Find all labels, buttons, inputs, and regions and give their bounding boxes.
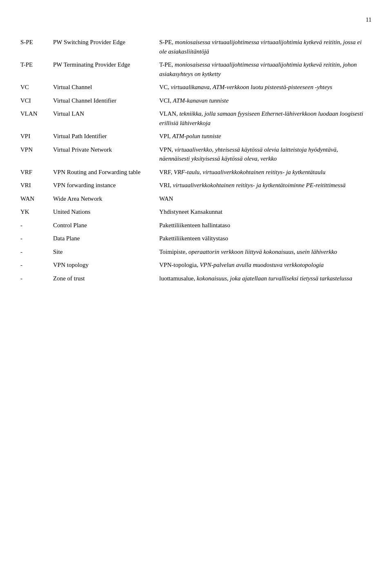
term-cell: United Nations <box>53 205 159 219</box>
abbr-cell: S-PE <box>20 36 53 58</box>
abbr-cell: YK <box>20 205 53 219</box>
table-row: VCVirtual ChannelVC, virtuaalikanava, AT… <box>20 81 372 94</box>
definition-cell: S-PE, moniosaisessa virtuaalijohtimessa … <box>159 36 372 58</box>
definition-cell: T-PE, moniosaisessa virtuaalijohtimessa … <box>159 58 372 81</box>
abbr-cell: - <box>20 245 53 259</box>
definition-cell: Pakettiliikenteen välitystaso <box>159 232 372 245</box>
table-row: VRFVPN Routing and Forwarding tableVRF, … <box>20 166 372 179</box>
term-cell: Virtual LAN <box>53 107 159 130</box>
abbr-cell: VC <box>20 81 53 94</box>
term-cell: Control Plane <box>53 219 159 232</box>
abbr-cell: VRF <box>20 166 53 179</box>
definition-cell: VPN, virtuaaliverkko, yhteisessä käytöss… <box>159 143 372 166</box>
definition-cell: VLAN, tekniikka, jolla samaan fyysiseen … <box>159 107 372 130</box>
term-cell: PW Terminating Provider Edge <box>53 58 159 81</box>
definition-cell: VRF, VRF-taulu, virtuaaliverkkokohtainen… <box>159 166 372 179</box>
term-cell: VPN topology <box>53 258 159 272</box>
abbr-cell: VPI <box>20 130 53 143</box>
abbr-cell: - <box>20 232 53 245</box>
term-cell: Site <box>53 245 159 259</box>
term-cell: Data Plane <box>53 232 159 245</box>
table-row: VLANVirtual LANVLAN, tekniikka, jolla sa… <box>20 107 372 130</box>
table-row: VRIVPN forwarding instanceVRI, virtuaali… <box>20 179 372 192</box>
term-cell: VPN forwarding instance <box>53 179 159 192</box>
abbr-cell: VPN <box>20 143 53 166</box>
abbr-cell: - <box>20 272 53 285</box>
abbr-cell: WAN <box>20 192 53 206</box>
abbr-cell: VLAN <box>20 107 53 130</box>
definition-cell: Toimipiste, operaattorin verkkoon liitty… <box>159 245 372 259</box>
definition-cell: VC, virtuaalikanava, ATM-verkkoon luotu … <box>159 81 372 94</box>
definition-cell: VPN-topologia, VPN-palvelun avulla muodo… <box>159 258 372 272</box>
table-row: WANWide Area NetworkWAN <box>20 192 372 206</box>
term-cell: Wide Area Network <box>53 192 159 206</box>
glossary-table: S-PEPW Switching Provider EdgeS-PE, moni… <box>20 36 372 285</box>
table-row: -Data PlanePakettiliikenteen välitystaso <box>20 232 372 245</box>
page-number: 11 <box>20 16 372 23</box>
definition-cell: VCI, ATM-kanavan tunniste <box>159 94 372 107</box>
term-cell: Zone of trust <box>53 272 159 285</box>
abbr-cell: T-PE <box>20 58 53 81</box>
table-row: S-PEPW Switching Provider EdgeS-PE, moni… <box>20 36 372 58</box>
table-row: VPIVirtual Path IdentifierVPI, ATM-polun… <box>20 130 372 143</box>
term-cell: Virtual Channel Identifier <box>53 94 159 107</box>
definition-cell: luottamusalue, kokonaisuus, joka ajatell… <box>159 272 372 285</box>
table-row: YKUnited NationsYhdistyneet Kansakunnat <box>20 205 372 219</box>
definition-cell: Pakettiliikenteen hallintataso <box>159 219 372 232</box>
table-row: VPNVirtual Private NetworkVPN, virtuaali… <box>20 143 372 166</box>
term-cell: Virtual Private Network <box>53 143 159 166</box>
abbr-cell: - <box>20 258 53 272</box>
term-cell: Virtual Channel <box>53 81 159 94</box>
table-row: -SiteToimipiste, operaattorin verkkoon l… <box>20 245 372 259</box>
table-row: -Control PlanePakettiliikenteen hallinta… <box>20 219 372 232</box>
abbr-cell: VCI <box>20 94 53 107</box>
abbr-cell: VRI <box>20 179 53 192</box>
abbr-cell: - <box>20 219 53 232</box>
table-row: VCIVirtual Channel IdentifierVCI, ATM-ka… <box>20 94 372 107</box>
definition-cell: WAN <box>159 192 372 206</box>
definition-cell: VPI, ATM-polun tunniste <box>159 130 372 143</box>
table-row: -VPN topologyVPN-topologia, VPN-palvelun… <box>20 258 372 272</box>
definition-cell: VRI, virtuaaliverkkokohtainen reititys- … <box>159 179 372 192</box>
table-row: T-PEPW Terminating Provider EdgeT-PE, mo… <box>20 58 372 81</box>
term-cell: VPN Routing and Forwarding table <box>53 166 159 179</box>
term-cell: PW Switching Provider Edge <box>53 36 159 58</box>
table-row: -Zone of trustluottamusalue, kokonaisuus… <box>20 272 372 285</box>
term-cell: Virtual Path Identifier <box>53 130 159 143</box>
definition-cell: Yhdistyneet Kansakunnat <box>159 205 372 219</box>
